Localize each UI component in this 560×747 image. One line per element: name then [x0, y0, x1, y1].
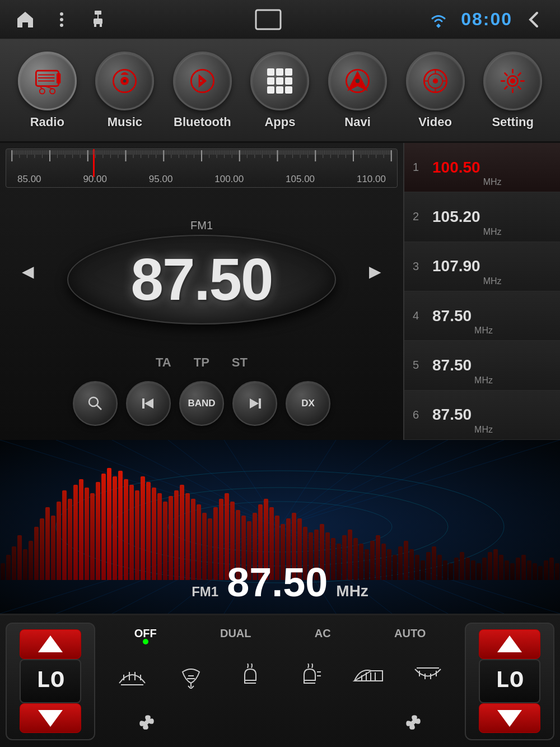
svg-rect-24: [276, 68, 283, 76]
preset-num-1: 1: [413, 161, 427, 174]
climate-off-button[interactable]: OFF: [134, 627, 157, 640]
preset-num-3: 3: [413, 260, 427, 273]
preset-item-5[interactable]: 5 87.50 MHz: [404, 341, 560, 390]
svg-point-2: [60, 24, 63, 27]
preset-item-4[interactable]: 4 87.50 MHz: [404, 291, 560, 341]
band-button[interactable]: BAND: [179, 381, 224, 426]
defrost-rear-button[interactable]: [411, 660, 445, 693]
viz-label: FM1 87.50 MHz: [0, 559, 560, 605]
window-icon[interactable]: [254, 6, 282, 34]
tag-tp: TP: [194, 355, 209, 370]
svg-line-50: [505, 86, 507, 89]
car-airflow-button[interactable]: [352, 660, 385, 693]
next-button[interactable]: [232, 381, 277, 426]
dx-button[interactable]: DX: [286, 381, 330, 426]
tuner-bar[interactable]: 85.00 90.00 95.00 100.00 105.00 110.00: [6, 149, 398, 188]
preset-num-2: 2: [413, 210, 427, 223]
svg-line-49: [519, 73, 521, 75]
preset-mhz-3: MHz: [483, 276, 502, 291]
svg-rect-3: [95, 11, 101, 15]
nav-label-navi: Navi: [344, 115, 370, 129]
left-temp-up-button[interactable]: [20, 629, 81, 660]
climate-ac-button[interactable]: AC: [315, 627, 331, 640]
nav-label-video: Video: [418, 115, 452, 129]
right-temp-control: LO: [465, 623, 554, 740]
freq-display: ◀ FM1 87.50 ▶: [6, 191, 398, 352]
preset-mhz-4: MHz: [474, 326, 493, 340]
usb-icon[interactable]: [84, 6, 112, 34]
home-icon[interactable]: [11, 6, 39, 34]
preset-item-3[interactable]: 3 107.90 MHz: [404, 242, 560, 291]
band-label: FM1: [190, 219, 213, 232]
svg-rect-306: [259, 398, 261, 409]
svg-rect-8: [256, 10, 281, 29]
svg-point-20: [123, 79, 127, 82]
nav-label-music: Music: [108, 115, 142, 129]
svg-point-0: [60, 12, 63, 16]
preset-num-4: 4: [413, 309, 427, 322]
climate-dual-button[interactable]: DUAL: [220, 627, 251, 640]
menu-icon[interactable]: [48, 6, 76, 34]
preset-item-1[interactable]: 1 100.50 MHz: [404, 143, 560, 192]
left-temp-down-button[interactable]: [20, 703, 81, 734]
radio-controls: BAND DX: [6, 375, 398, 434]
sidebar-item-navi[interactable]: Navi: [328, 52, 387, 129]
next-station-button[interactable]: ▶: [364, 261, 386, 283]
svg-rect-7: [100, 22, 102, 27]
preset-mhz-2: MHz: [483, 227, 502, 242]
climate-auto-button[interactable]: AUTO: [394, 627, 426, 640]
preset-mhz-5: MHz: [474, 375, 493, 390]
right-up-arrow-icon: [497, 635, 522, 652]
seat-heat-left-button[interactable]: [234, 660, 267, 693]
right-down-arrow-icon: [497, 710, 522, 727]
right-fan-button[interactable]: [402, 711, 424, 737]
viz-freq: 87.50: [227, 559, 328, 605]
left-temp-control: LO: [6, 623, 95, 740]
defrost-front-button[interactable]: [115, 660, 149, 693]
off-indicator: [143, 639, 148, 644]
back-icon[interactable]: [521, 6, 549, 34]
svg-rect-25: [285, 68, 292, 76]
climate-middle: OFF DUAL AC AUTO: [100, 623, 460, 740]
climate-bar: LO OFF DUAL AC AUTO: [0, 614, 560, 747]
svg-rect-9: [36, 71, 58, 86]
preset-mhz-1: MHz: [483, 177, 502, 192]
status-bar: 08:00: [0, 0, 560, 39]
seat-heat-right-button[interactable]: [293, 660, 326, 693]
svg-point-36: [433, 78, 438, 83]
prev-button[interactable]: [126, 381, 171, 426]
sidebar-item-apps[interactable]: Apps: [250, 52, 309, 129]
climate-mode-row: OFF DUAL AC AUTO: [100, 623, 460, 644]
svg-point-14: [40, 89, 45, 94]
svg-rect-27: [276, 77, 283, 85]
sidebar-item-radio[interactable]: Radio: [18, 52, 77, 129]
nav-label-radio: Radio: [30, 115, 64, 129]
svg-point-302: [89, 397, 98, 406]
svg-line-48: [519, 86, 521, 89]
down-arrow-icon: [38, 710, 63, 727]
prev-station-button[interactable]: ◀: [17, 261, 39, 283]
main-area: 85.00 90.00 95.00 100.00 105.00 110.00 ◀…: [0, 143, 560, 440]
sidebar-item-setting[interactable]: Setting: [483, 52, 542, 129]
preset-item-6[interactable]: 6 87.50 MHz: [404, 391, 560, 440]
preset-num-5: 5: [413, 359, 427, 372]
wifi-icon: [424, 6, 452, 34]
sidebar-item-bluetooth[interactable]: Bluetooth: [173, 52, 232, 129]
preset-num-6: 6: [413, 409, 427, 421]
air-direction-button[interactable]: [174, 660, 208, 693]
left-fan-button[interactable]: [136, 711, 158, 737]
search-button[interactable]: [73, 381, 118, 426]
preset-freq-6: 87.50: [432, 406, 472, 424]
preset-freq-1: 100.50: [432, 159, 480, 177]
sidebar-item-video[interactable]: Video: [406, 52, 465, 129]
right-temp-up-button[interactable]: [479, 629, 540, 660]
right-temp-down-button[interactable]: [479, 703, 540, 734]
sidebar-item-music[interactable]: Music: [95, 52, 154, 129]
preset-item-2[interactable]: 2 105.20 MHz: [404, 192, 560, 242]
preset-freq-3: 107.90: [432, 257, 480, 275]
svg-rect-6: [94, 22, 96, 27]
left-temp-display: LO: [20, 659, 81, 703]
svg-rect-31: [285, 86, 292, 94]
radio-panel: 85.00 90.00 95.00 100.00 105.00 110.00 ◀…: [0, 143, 403, 440]
visualizer: FM1 87.50 MHz: [0, 440, 560, 614]
